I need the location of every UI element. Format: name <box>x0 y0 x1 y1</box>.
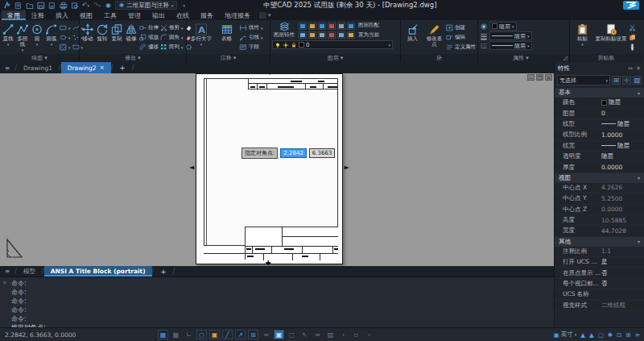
table-button[interactable]: 表格 <box>216 22 237 42</box>
redo-button[interactable]: ↷▾ <box>93 1 101 10</box>
layer-tool-button[interactable] <box>318 23 326 30</box>
leader-button[interactable]: 引线▾ <box>239 33 263 42</box>
property-row-linetype-scale[interactable]: 线型比例1.0000 <box>555 130 644 140</box>
otrack-toggle[interactable]: ╱ <box>222 330 233 339</box>
property-row-ucs-name[interactable]: UCS 名称 <box>555 289 644 300</box>
insert-block-button[interactable]: 插入 <box>402 22 423 42</box>
tab-view[interactable]: 视图 <box>74 10 98 20</box>
selection-cycling-toggle[interactable]: ▢ <box>287 330 297 339</box>
plot-button[interactable] <box>59 1 68 10</box>
annotation-autoscale-icon[interactable]: ▲ <box>589 331 594 339</box>
close-tab-icon[interactable]: × <box>100 64 105 71</box>
circle-button[interactable]: 圆▾ <box>31 22 43 46</box>
dynamic-ucs-toggle[interactable]: ⊞ <box>248 330 258 339</box>
layer-tool-button[interactable] <box>308 31 316 39</box>
toggle-pickadd-icon[interactable]: ⊞ <box>612 76 621 85</box>
annotation-monitor-toggle[interactable]: ≡ <box>312 330 323 339</box>
transparency-toggle[interactable]: ▣ <box>274 330 284 339</box>
display-icon[interactable]: ⊡ <box>617 331 621 339</box>
file-tab-menu-icon[interactable]: ≡ <box>0 62 14 73</box>
lineweight-dropdown[interactable]: 随层▾ <box>489 31 532 40</box>
polyline-button[interactable]: 多段线▾ <box>16 22 29 52</box>
new-layout-button[interactable]: + <box>154 266 173 277</box>
layer-tool-button[interactable] <box>337 31 345 39</box>
paste-button[interactable]: 粘贴▾ <box>572 22 593 46</box>
panel-close-icon[interactable]: ✕ <box>636 65 641 72</box>
save-as-button[interactable] <box>47 1 56 10</box>
match-properties-icon[interactable] <box>629 43 636 52</box>
ortho-toggle[interactable]: ∟ <box>184 330 194 339</box>
dyn-x-field[interactable]: 2.2842 <box>280 148 307 158</box>
layer-dropdown[interactable]: 0 ▾ <box>272 40 393 49</box>
fillet-button[interactable]: 圆角▾ <box>160 33 184 42</box>
property-row-height[interactable]: 高度10.5885 <box>555 215 644 226</box>
settings-gear-icon[interactable]: ✱ <box>608 331 613 339</box>
offset-button[interactable]: 偏移 <box>139 43 159 52</box>
command-window[interactable]: ✕ 命令: 命令: 命令: 命令: 命令: 指定对角点: <box>0 277 554 327</box>
modify-panel-label[interactable]: 修改 ▾ <box>80 54 186 62</box>
tab-insert[interactable]: 插入 <box>50 10 74 20</box>
property-row-annotation-scale[interactable]: 注释比例1:1 <box>555 247 644 257</box>
units-selector[interactable]: ▣英寸▾ <box>554 331 577 339</box>
annotation-visibility-icon[interactable]: ▲ <box>580 331 585 339</box>
property-row-ucs-icon-on[interactable]: 打开 UCS ...是 <box>555 257 644 268</box>
close-command-icon[interactable]: ✕ <box>2 280 7 286</box>
tab-services[interactable]: 服务 <box>195 10 219 20</box>
tab-online[interactable]: 在线 <box>171 10 195 20</box>
layer-tool-button[interactable] <box>337 23 345 30</box>
layers-panel-label[interactable]: 图层 ▾ <box>270 54 400 62</box>
layer-properties-button[interactable]: 图层特性 <box>272 21 296 40</box>
restore-icon[interactable]: ❐ <box>536 74 543 81</box>
color-dropdown[interactable]: 随层▾ <box>489 22 517 31</box>
section-misc[interactable]: 其他▾ <box>555 237 644 247</box>
osnap-toggle[interactable]: ▣ <box>209 330 220 339</box>
layer-tool-button[interactable] <box>347 31 355 39</box>
layout-tab-ansi-a[interactable]: ANSI A Title Block (portrait) <box>44 266 152 277</box>
snap-toggle[interactable]: ▦ <box>171 330 181 339</box>
linetype-dropdown[interactable]: 随层▾ <box>489 41 532 50</box>
section-view[interactable]: 视图▾ <box>555 173 644 183</box>
clean-screen-icon[interactable]: ⊞ <box>625 331 630 339</box>
ribbon-display-toggle[interactable]: ▾ <box>259 10 271 20</box>
new-drawing-button[interactable]: + <box>113 62 132 73</box>
property-row-center-x[interactable]: 中心点 X4.2626 <box>555 183 644 193</box>
stretch-button[interactable]: 拉伸 <box>139 23 159 32</box>
nav-prev-icon[interactable]: ‹ <box>338 330 349 339</box>
nav-next-icon[interactable]: › <box>364 330 374 339</box>
rectangle-button[interactable]: ▾ <box>60 23 71 32</box>
layer-tool-button[interactable] <box>328 31 336 39</box>
edit-block-button[interactable]: 编辑 <box>446 33 476 42</box>
quick-select-icon[interactable]: ▨ <box>633 76 642 85</box>
dyn-y-field[interactable]: 6.3663 <box>309 148 336 158</box>
copy-paste-settings-button[interactable]: 复制粘贴设置 <box>595 22 627 42</box>
property-row-center-z[interactable]: 中心点 Z0.0000 <box>555 205 644 215</box>
array-button[interactable]: 阵列▾ <box>160 43 184 52</box>
mtext-button[interactable]: A 多行文字▾ <box>188 22 214 46</box>
layer-tool-button[interactable] <box>318 31 326 39</box>
property-row-center-y[interactable]: 中心点 Y5.2500 <box>555 193 644 204</box>
property-row-ucs-per-viewport[interactable]: 每个视口都...否 <box>555 279 644 289</box>
property-row-thickness[interactable]: 厚度0.0000 <box>555 162 644 173</box>
properties-panel-label[interactable]: 属性 ▾ ◿ <box>478 54 569 62</box>
file-tab-drawing1[interactable]: Drawing1 <box>17 62 59 73</box>
tab-tools[interactable]: 工具 <box>98 10 122 20</box>
copy-clip-icon[interactable] <box>629 33 636 42</box>
ellipse-button[interactable]: ▾ <box>60 33 71 42</box>
line-button[interactable]: 直线▾ <box>2 22 14 46</box>
app-logo-icon[interactable] <box>2 1 11 10</box>
layer-tool-button[interactable] <box>308 23 316 30</box>
layer-tool-button[interactable] <box>347 23 355 30</box>
annotate-panel-label[interactable]: 注释 ▾ <box>187 54 270 62</box>
property-row-color[interactable]: 颜色随层 <box>555 98 644 108</box>
layer-match-button[interactable]: 图层匹配 <box>358 21 379 30</box>
cloud-icon[interactable]: ◉ <box>104 1 113 10</box>
hatch-button[interactable]: ▾ <box>60 43 71 52</box>
property-row-transparency[interactable]: 透明度随层 <box>555 152 644 162</box>
new-file-button[interactable] <box>14 1 23 10</box>
lineweight-toggle[interactable]: ≡ <box>261 330 271 339</box>
linear-dimension-button[interactable]: 线性▾ <box>239 23 263 32</box>
tab-manage[interactable]: 管理 <box>122 10 147 20</box>
cut-icon[interactable] <box>629 23 636 32</box>
dialog-launcher-icon[interactable]: ◿ <box>564 54 568 62</box>
open-file-button[interactable] <box>25 1 34 10</box>
